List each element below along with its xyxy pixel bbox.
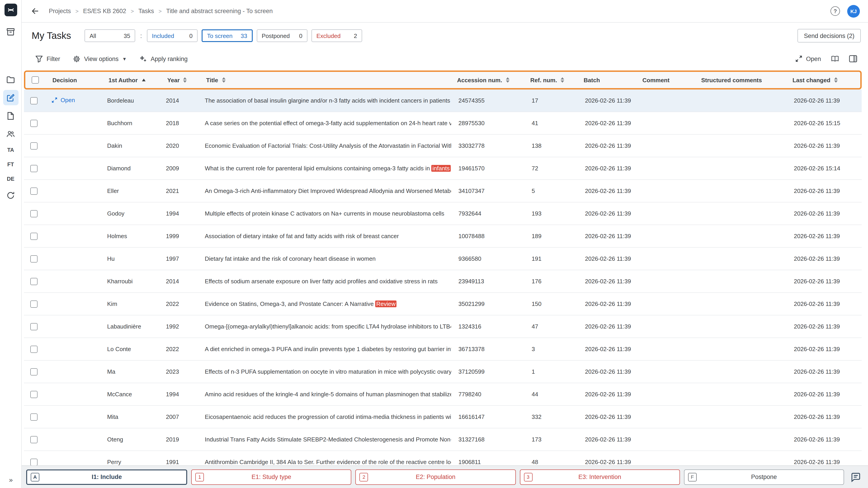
table-row[interactable]: Diamond 2009 What is the current role fo…: [24, 157, 862, 180]
chip-count: 0: [189, 32, 193, 39]
column-header-year[interactable]: Year: [160, 76, 199, 84]
table-row[interactable]: Dakin 2020 Economic Evaluation of Factor…: [24, 135, 862, 157]
batch-cell: 2026-02-26 11:39: [578, 142, 637, 149]
sidebar-item-ta[interactable]: TA: [7, 143, 14, 157]
column-header-title[interactable]: Title: [199, 76, 450, 84]
archive-icon[interactable]: [3, 24, 18, 39]
table-row[interactable]: Kim 2022 Evidence on Statins, Omega-3, a…: [24, 293, 862, 315]
filter-chips: All 35 : Included 0 To screen 33 Postpon…: [85, 29, 362, 42]
row-checkbox[interactable]: [30, 436, 37, 443]
avatar[interactable]: KJ: [847, 5, 860, 18]
row-checkbox[interactable]: [30, 142, 37, 149]
folder-icon[interactable]: [3, 72, 18, 87]
sidebar-item-de[interactable]: DE: [7, 172, 14, 186]
author-cell: Mita: [100, 414, 159, 420]
row-checkbox[interactable]: [30, 458, 37, 465]
table-row[interactable]: Labaudinière 1992 Omega-[(omega-arylalky…: [24, 315, 862, 338]
row-checkbox[interactable]: [30, 391, 37, 398]
row-checkbox[interactable]: [30, 165, 37, 172]
sidebar-item-ft[interactable]: FT: [7, 157, 14, 172]
filter-button[interactable]: Filter: [35, 55, 60, 63]
row-checkbox-cell: [24, 165, 44, 172]
people-icon[interactable]: [3, 126, 18, 141]
column-header-last-changed[interactable]: Last changed: [785, 76, 860, 84]
filter-chip-postponed[interactable]: Postponed 0: [257, 29, 307, 42]
row-checkbox[interactable]: [30, 255, 37, 262]
breadcrumb-tasks[interactable]: Tasks: [138, 8, 154, 14]
comments-chat-button[interactable]: [848, 469, 864, 485]
row-checkbox[interactable]: [30, 97, 37, 104]
table-row[interactable]: McCance 1994 Amino acid residues of the …: [24, 383, 862, 406]
table-row[interactable]: Ma 2023 Effects of n-3 PUFA supplementat…: [24, 361, 862, 383]
last-changed-cell: 2026-02-26 11:39: [786, 300, 862, 307]
breadcrumb-project[interactable]: ES/ES KB 2602: [83, 8, 126, 14]
table-row[interactable]: Mita 2007 Eicosapentaenoic acid reduces …: [24, 406, 862, 428]
row-checkbox[interactable]: [30, 346, 37, 353]
accession-cell: 16616147: [451, 414, 524, 420]
table-row[interactable]: Lo Conte 2022 A diet enriched in omega-3…: [24, 338, 862, 361]
decision-include-button[interactable]: A I1: Include: [26, 469, 187, 485]
row-checkbox[interactable]: [30, 187, 37, 195]
decision-exclude-intervention-button[interactable]: 3 E3: Intervention: [520, 469, 680, 485]
table-row[interactable]: Eller 2021 An Omega-3-rich Anti-inflamma…: [24, 180, 862, 202]
app-logo[interactable]: [4, 4, 17, 16]
document-icon[interactable]: [3, 108, 18, 123]
row-checkbox[interactable]: [30, 368, 37, 375]
last-changed-cell: 2026-02-26 11:39: [786, 255, 862, 262]
table-row[interactable]: Holmes 1999 Association of dietary intak…: [24, 225, 862, 248]
author-cell: Dakin: [100, 142, 159, 149]
row-checkbox[interactable]: [30, 232, 37, 240]
view-options-button[interactable]: View options ▼: [73, 55, 127, 63]
batch-cell: 2026-02-26 11:39: [578, 368, 637, 375]
topbar: Projects > ES/ES KB 2602 > Tasks > Title…: [22, 0, 868, 23]
back-button[interactable]: [28, 4, 41, 18]
row-checkbox[interactable]: [30, 278, 37, 285]
filter-chip-included[interactable]: Included 0: [147, 29, 197, 42]
filter-chip-excluded[interactable]: Excluded 2: [311, 29, 362, 42]
table-row[interactable]: Oteng 2019 Industrial Trans Fatty Acids …: [24, 428, 862, 451]
last-changed-cell: 2026-02-26 11:39: [786, 436, 862, 443]
open-study-button[interactable]: Open: [795, 55, 821, 63]
hotkey-badge: 3: [524, 473, 532, 481]
table-row[interactable]: Hu 1997 Dietary fat intake and the risk …: [24, 248, 862, 270]
row-checkbox[interactable]: [30, 323, 37, 330]
decision-exclude-population-button[interactable]: 2 E2: Population: [355, 469, 516, 485]
help-icon[interactable]: ?: [831, 6, 840, 16]
sync-icon[interactable]: [3, 188, 18, 203]
row-checkbox[interactable]: [30, 413, 37, 420]
table-row[interactable]: Buchhorn 2018 A case series on the poten…: [24, 112, 862, 135]
filter-chip-to-screen[interactable]: To screen 33: [202, 29, 253, 42]
accession-cell: 19461570: [451, 165, 524, 172]
table-row[interactable]: Godoy 1994 Multiple effects of protein k…: [24, 202, 862, 225]
title-cell: Effects of sodium arsenate exposure on l…: [197, 278, 451, 285]
author-cell: Oteng: [100, 436, 159, 443]
decision-exclude-study-type-button[interactable]: 1 E1: Study type: [191, 469, 351, 485]
book-icon: [831, 55, 839, 63]
column-header-ref[interactable]: Ref. num.: [523, 76, 577, 84]
screening-edit-icon[interactable]: [3, 90, 18, 105]
column-header-author[interactable]: 1st Author: [101, 76, 160, 84]
last-changed-cell: 2026-02-26 11:39: [786, 142, 862, 149]
filter-chip-all[interactable]: All 35: [85, 29, 135, 42]
table-row[interactable]: Open Bordeleau 2014 The association of b…: [24, 90, 862, 112]
author-cell: Labaudinière: [100, 323, 159, 330]
row-checkbox[interactable]: [30, 120, 37, 127]
sidebar: TA FT DE »: [0, 0, 22, 488]
side-panel-toggle-button[interactable]: [849, 55, 857, 63]
table-row[interactable]: Kharroubi 2014 Effects of sodium arsenat…: [24, 270, 862, 293]
decision-postpone-button[interactable]: F Postpone: [684, 469, 844, 485]
table-row[interactable]: Perry 1991 Antithrombin Cambridge II, 38…: [24, 451, 862, 465]
expand-icon: [51, 96, 58, 103]
row-checkbox[interactable]: [30, 210, 37, 217]
references-book-button[interactable]: [831, 55, 839, 63]
breadcrumb-projects[interactable]: Projects: [49, 8, 71, 14]
apply-ranking-button[interactable]: Apply ranking: [139, 55, 188, 63]
row-checkbox[interactable]: [30, 300, 37, 307]
accession-cell: 7798240: [451, 391, 524, 398]
send-decisions-button[interactable]: Send decisions (2): [798, 29, 861, 42]
sidebar-expand-button[interactable]: »: [0, 476, 22, 484]
open-study-link[interactable]: Open: [51, 96, 75, 103]
column-header-accession[interactable]: Accession num.: [450, 76, 523, 84]
select-all-checkbox[interactable]: [32, 76, 39, 84]
last-changed-cell: 2026-02-26 11:39: [786, 278, 862, 285]
